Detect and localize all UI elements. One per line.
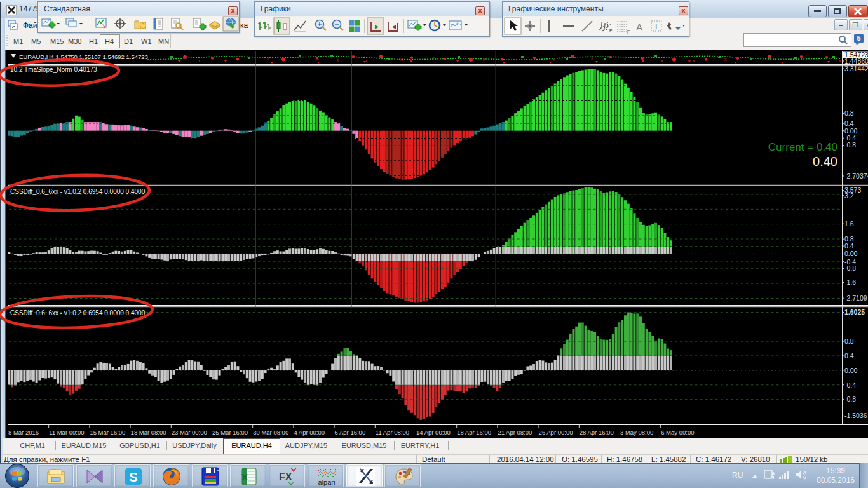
svg-text:-1.6: -1.6 xyxy=(844,278,856,286)
svg-text:11 Apr 08:00: 11 Apr 08:00 xyxy=(376,429,409,436)
svg-text:CSSDiff_0.6_6xx - v1.0.2 0.695: CSSDiff_0.6_6xx - v1.0.2 0.6954 0.0000 0… xyxy=(10,188,146,195)
svg-text:CSSDiff_0.6_6xx - v1.0.2 0.695: CSSDiff_0.6_6xx - v1.0.2 0.6954 0.0000 0… xyxy=(10,309,146,316)
svg-text:x: x xyxy=(553,57,555,62)
svg-text:6 Apr 16:00: 6 Apr 16:00 xyxy=(335,429,366,436)
svg-text:x: x xyxy=(198,58,201,63)
svg-text:1.44860: 1.44860 xyxy=(844,57,868,65)
svg-text:-0.8: -0.8 xyxy=(844,141,856,149)
svg-text:x: x xyxy=(724,57,727,62)
svg-text:23 Mar 00:00: 23 Mar 00:00 xyxy=(172,429,207,436)
svg-text:x: x xyxy=(483,57,485,62)
svg-text:26 Apr 00:00: 26 Apr 00:00 xyxy=(539,429,573,436)
svg-text:0.00: 0.00 xyxy=(844,250,858,257)
svg-text:3 May 08:00: 3 May 08:00 xyxy=(620,429,653,436)
svg-text:0.4: 0.4 xyxy=(844,352,854,360)
svg-text:x: x xyxy=(267,56,269,60)
svg-text:alpari: alpari xyxy=(318,478,336,486)
svg-text:x: x xyxy=(693,58,695,63)
svg-text:E: E xyxy=(609,29,613,33)
svg-text:0.8: 0.8 xyxy=(844,337,854,345)
svg-text:x: x xyxy=(365,58,368,63)
svg-text:30 Mar 08:00: 30 Mar 08:00 xyxy=(253,429,288,436)
svg-text:15 Mar 16:00: 15 Mar 16:00 xyxy=(90,429,125,436)
svg-text:0.4: 0.4 xyxy=(844,242,854,250)
svg-text:x: x xyxy=(788,57,790,61)
svg-text:x: x xyxy=(337,58,339,62)
svg-text:14 Apr 00:00: 14 Apr 00:00 xyxy=(416,429,451,436)
svg-text:-0.4: -0.4 xyxy=(844,134,856,142)
svg-text:28 Apr 16:00: 28 Apr 16:00 xyxy=(580,429,614,436)
svg-text:-0.4: -0.4 xyxy=(844,381,856,389)
svg-text:-2.7109: -2.7109 xyxy=(844,294,867,302)
svg-text:4 Apr 00:00: 4 Apr 00:00 xyxy=(294,429,325,436)
svg-text:T: T xyxy=(654,22,659,31)
svg-text:X: X xyxy=(241,471,248,482)
svg-text:1.6: 1.6 xyxy=(844,220,854,227)
svg-text:F: F xyxy=(627,30,630,34)
svg-text:0.4: 0.4 xyxy=(844,119,854,127)
svg-text:0.00: 0.00 xyxy=(844,127,858,135)
svg-text:-0.8: -0.8 xyxy=(844,395,856,403)
svg-text:FX: FX xyxy=(279,471,292,482)
svg-text:18 Apr 16:00: 18 Apr 16:00 xyxy=(457,429,491,436)
svg-text:x: x xyxy=(591,56,593,60)
svg-text:6 May 00:00: 6 May 00:00 xyxy=(661,429,694,436)
svg-text:1.6025: 1.6025 xyxy=(844,308,865,316)
svg-text:x: x xyxy=(400,57,403,62)
svg-text:-2.70374: -2.70374 xyxy=(844,172,868,180)
svg-text:Current = 0.40: Current = 0.40 xyxy=(768,141,837,153)
svg-text:0.40: 0.40 xyxy=(813,154,837,168)
svg-text:18 Mar 08:00: 18 Mar 08:00 xyxy=(131,429,166,436)
svg-text:x: x xyxy=(661,58,663,63)
svg-text:0.8: 0.8 xyxy=(844,109,854,117)
svg-text:-1.5036: -1.5036 xyxy=(844,412,867,419)
svg-text:x: x xyxy=(432,56,435,60)
svg-text:8 Mar 2016: 8 Mar 2016 xyxy=(8,429,39,436)
svg-text:3.2: 3.2 xyxy=(844,192,854,200)
svg-text:-0.8: -0.8 xyxy=(844,264,856,272)
svg-text:S: S xyxy=(129,470,137,484)
svg-text:11 Mar 00:00: 11 Mar 00:00 xyxy=(49,429,84,436)
svg-text:A: A xyxy=(636,22,642,32)
svg-text:25 Mar 16:00: 25 Mar 16:00 xyxy=(212,429,248,436)
svg-text:0.00: 0.00 xyxy=(844,367,858,374)
svg-text:x: x xyxy=(839,58,841,63)
svg-text:21 Apr 08:00: 21 Apr 08:00 xyxy=(498,429,532,436)
svg-text:10.2 TmaSlope_Norm 0.40173: 10.2 TmaSlope_Norm 0.40173 xyxy=(10,66,97,73)
